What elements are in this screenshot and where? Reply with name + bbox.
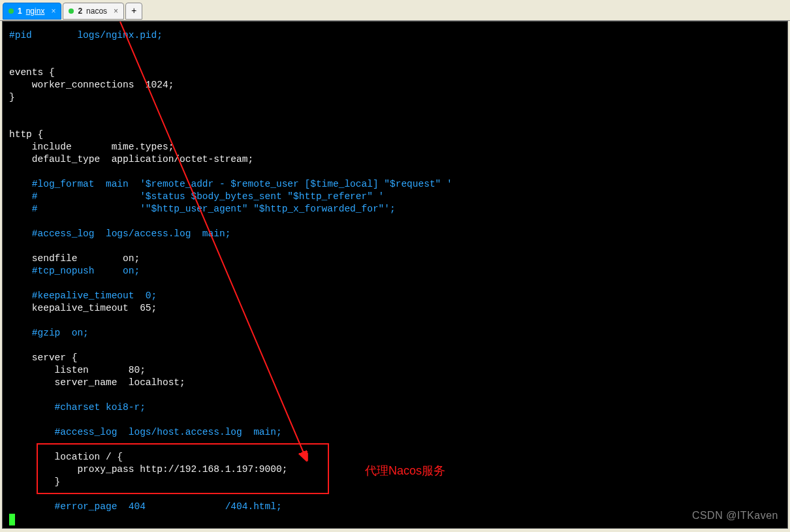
plus-icon: + <box>131 6 136 16</box>
code-line <box>9 215 452 228</box>
code-content: #pid logs/nginx.pid; events { worker_con… <box>9 29 452 513</box>
code-line: #access_log logs/host.access.log main; <box>9 426 452 439</box>
terminal-cursor <box>9 514 15 525</box>
code-line: # '"$http_user_agent" "$http_x_forwarded… <box>9 203 452 215</box>
code-line: #tcp_nopush on; <box>9 265 452 277</box>
code-line: listen 80; <box>9 364 452 377</box>
terminal-panel[interactable]: #pid logs/nginx.pid; events { worker_con… <box>2 21 788 529</box>
code-line <box>9 54 452 67</box>
tab-number: 2 <box>78 7 82 16</box>
add-tab-button[interactable]: + <box>125 3 142 20</box>
code-line: #log_format main '$remote_addr - $remote… <box>9 178 452 191</box>
code-line <box>9 439 452 451</box>
code-line <box>9 339 452 352</box>
code-line <box>9 315 452 327</box>
code-line <box>9 166 452 178</box>
code-line: sendfile on; <box>9 253 452 265</box>
code-line: # '$status $body_bytes_sent "$http_refer… <box>9 191 452 203</box>
code-line: #pid logs/nginx.pid; <box>9 29 452 42</box>
code-line: events { <box>9 67 452 79</box>
tab-nacos[interactable]: 2 nacos × <box>63 3 124 20</box>
tab-number: 1 <box>18 7 22 16</box>
code-line: include mime.types; <box>9 141 452 153</box>
code-line: http { <box>9 129 452 141</box>
status-dot-icon <box>8 8 14 14</box>
annotation-text: 代理Nacos服务 <box>365 463 445 478</box>
code-line: #keepalive_timeout 0; <box>9 290 452 302</box>
code-line <box>9 389 452 401</box>
code-line <box>9 104 452 116</box>
code-line: default_type application/octet-stream; <box>9 153 452 166</box>
code-line: keepalive_timeout 65; <box>9 302 452 315</box>
tab-label: nacos <box>86 7 107 16</box>
code-line: worker_connections 1024; <box>9 79 452 91</box>
code-line <box>9 277 452 290</box>
status-dot-icon <box>69 8 74 14</box>
code-line <box>9 42 452 54</box>
watermark: CSDN @ITKaven <box>692 510 778 522</box>
code-line: #charset koi8-r; <box>9 401 452 414</box>
code-line: #gzip on; <box>9 327 452 339</box>
code-line <box>9 488 452 501</box>
close-icon[interactable]: × <box>51 7 55 16</box>
code-line <box>9 116 452 129</box>
tab-nginx[interactable]: 1 nginx × <box>3 3 61 20</box>
code-line <box>9 240 452 253</box>
code-line: #access_log logs/access.log main; <box>9 228 452 240</box>
code-line: } <box>9 91 452 104</box>
code-line <box>9 414 452 426</box>
tab-label: nginx <box>26 7 45 16</box>
code-line: #error_page 404 /404.html; <box>9 501 452 513</box>
close-icon[interactable]: × <box>114 7 118 16</box>
code-line: server_name localhost; <box>9 377 452 389</box>
tab-bar: 1 nginx × 2 nacos × + <box>0 0 790 21</box>
code-line: server { <box>9 352 452 364</box>
code-line: location / { <box>9 451 452 463</box>
